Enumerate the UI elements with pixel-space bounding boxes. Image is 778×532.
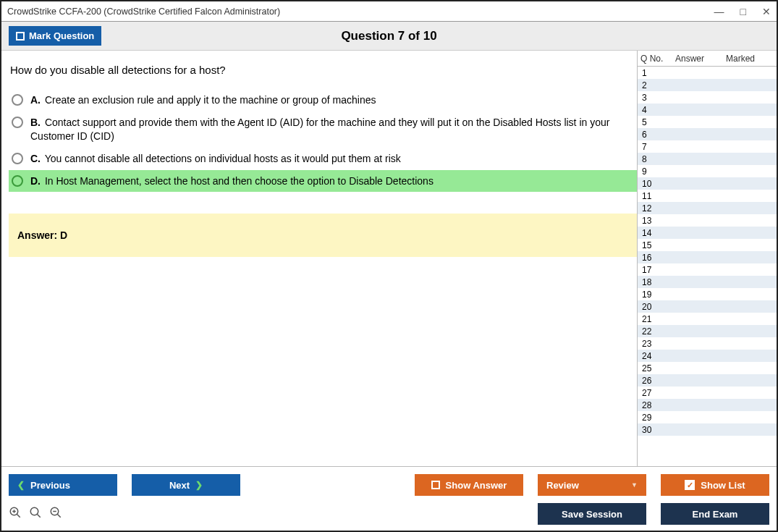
zoom-reset-icon[interactable]	[29, 506, 42, 523]
svg-line-5	[37, 514, 41, 518]
checkbox-empty-icon	[431, 481, 440, 489]
radio-icon	[12, 117, 23, 128]
list-item[interactable]: 2	[638, 79, 777, 91]
review-button[interactable]: Review ▼	[538, 474, 646, 496]
option-text: C. You cannot disable all detections on …	[30, 152, 401, 166]
list-item[interactable]: 7	[638, 140, 777, 153]
question-list-header: Q No. Answer Marked	[638, 51, 777, 67]
end-exam-label: End Exam	[693, 509, 738, 520]
option-text: A. Create an exclusion rule and apply it…	[30, 93, 376, 107]
radio-icon	[12, 175, 23, 187]
list-item[interactable]: 30	[638, 423, 777, 436]
list-item[interactable]: 23	[638, 337, 777, 350]
list-item[interactable]: 12	[638, 202, 777, 214]
options-list: A. Create an exclusion rule and apply it…	[9, 89, 637, 192]
list-item[interactable]: 16	[638, 251, 777, 263]
radio-icon	[12, 94, 23, 106]
list-item[interactable]: 17	[638, 263, 777, 276]
list-item[interactable]: 29	[638, 411, 777, 423]
answer-label: Answer: D	[17, 229, 67, 241]
maximize-icon[interactable]: □	[740, 6, 746, 17]
body: How do you disable all detections for a …	[1, 51, 777, 466]
option-d[interactable]: D. In Host Management, select the host a…	[9, 170, 637, 193]
save-session-button[interactable]: Save Session	[538, 503, 646, 525]
zoom-controls	[9, 506, 62, 523]
svg-line-1	[17, 514, 20, 518]
header-bar: Mark Question Question 7 of 10	[1, 22, 777, 51]
previous-label: Previous	[30, 480, 70, 491]
caret-down-icon: ▼	[631, 481, 638, 489]
list-item[interactable]: 19	[638, 288, 777, 300]
close-icon[interactable]: ✕	[762, 6, 771, 17]
svg-line-7	[57, 514, 61, 518]
question-counter: Question 7 of 10	[1, 29, 777, 43]
list-item[interactable]: 28	[638, 399, 777, 411]
list-item[interactable]: 5	[638, 116, 777, 128]
list-item[interactable]: 21	[638, 313, 777, 325]
checkbox-empty-icon	[16, 32, 25, 41]
next-label: Next	[169, 480, 190, 491]
zoom-in-icon[interactable]	[9, 506, 22, 523]
question-text: How do you disable all detections for a …	[10, 64, 637, 76]
show-answer-button[interactable]: Show Answer	[415, 474, 523, 496]
app-window: CrowdStrike CCFA-200 (CrowdStrike Certif…	[0, 0, 778, 532]
next-button[interactable]: Next ❯	[132, 474, 240, 496]
list-item[interactable]: 20	[638, 300, 777, 313]
col-qno: Q No.	[640, 54, 675, 64]
mark-question-label: Mark Question	[29, 30, 94, 41]
option-a[interactable]: A. Create an exclusion rule and apply it…	[9, 89, 637, 111]
show-list-button[interactable]: ✓ Show List	[661, 474, 769, 496]
minimize-icon[interactable]: —	[714, 6, 724, 17]
mark-question-button[interactable]: Mark Question	[9, 26, 101, 46]
svg-point-4	[30, 507, 38, 515]
list-item[interactable]: 3	[638, 91, 777, 104]
previous-button[interactable]: ❮ Previous	[9, 474, 117, 496]
review-label: Review	[546, 480, 579, 491]
option-c[interactable]: C. You cannot disable all detections on …	[9, 148, 637, 170]
list-item[interactable]: 4	[638, 104, 777, 116]
radio-icon	[12, 153, 23, 164]
col-marked: Marked	[726, 54, 769, 64]
list-item[interactable]: 6	[638, 128, 777, 140]
footer-row-2: Save Session End Exam	[9, 503, 769, 525]
option-text: B. Contact support and provide them with…	[30, 116, 631, 143]
footer: ❮ Previous Next ❯ Show Answer Review ▼ ✓…	[1, 466, 777, 531]
show-answer-label: Show Answer	[446, 480, 507, 491]
list-item[interactable]: 22	[638, 325, 777, 337]
chevron-left-icon: ❮	[17, 480, 25, 490]
list-item[interactable]: 1	[638, 67, 777, 79]
window-title: CrowdStrike CCFA-200 (CrowdStrike Certif…	[7, 7, 280, 17]
list-item[interactable]: 15	[638, 239, 777, 251]
chevron-right-icon: ❯	[195, 480, 203, 490]
option-b[interactable]: B. Contact support and provide them with…	[9, 111, 637, 148]
save-session-label: Save Session	[562, 509, 622, 520]
main-panel: How do you disable all detections for a …	[1, 51, 637, 466]
end-exam-button[interactable]: End Exam	[661, 503, 769, 525]
list-item[interactable]: 9	[638, 165, 777, 177]
titlebar: CrowdStrike CCFA-200 (CrowdStrike Certif…	[1, 1, 777, 22]
window-controls: — □ ✕	[714, 6, 771, 17]
footer-row-1: ❮ Previous Next ❯ Show Answer Review ▼ ✓…	[9, 474, 769, 496]
list-item[interactable]: 25	[638, 362, 777, 374]
col-answer: Answer	[675, 54, 726, 64]
list-item[interactable]: 10	[638, 177, 777, 190]
list-item[interactable]: 11	[638, 190, 777, 202]
show-list-label: Show List	[701, 480, 745, 491]
list-item[interactable]: 8	[638, 153, 777, 165]
list-item[interactable]: 24	[638, 350, 777, 362]
list-item[interactable]: 27	[638, 387, 777, 399]
checkbox-checked-icon: ✓	[685, 480, 695, 490]
list-item[interactable]: 26	[638, 374, 777, 387]
answer-box: Answer: D	[9, 214, 637, 257]
list-item[interactable]: 14	[638, 227, 777, 239]
option-text: D. In Host Management, select the host a…	[30, 174, 434, 188]
zoom-out-icon[interactable]	[49, 506, 62, 523]
list-item[interactable]: 13	[638, 214, 777, 227]
question-list-panel: Q No. Answer Marked 12345678910111213141…	[637, 51, 777, 466]
list-item[interactable]: 18	[638, 276, 777, 288]
question-list[interactable]: 1234567891011121314151617181920212223242…	[638, 67, 777, 466]
